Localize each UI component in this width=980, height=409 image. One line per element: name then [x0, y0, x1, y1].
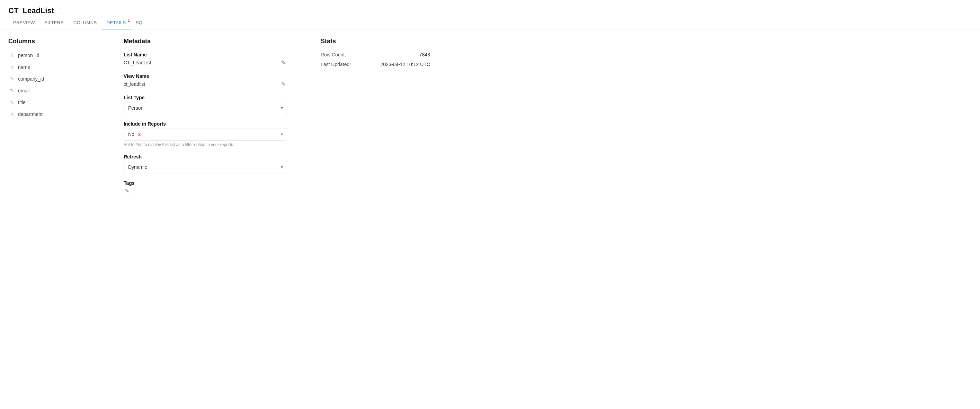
tags-field: Tags ✎ [124, 180, 287, 195]
tab-filters[interactable]: FILTERS [40, 17, 68, 29]
list-item: Tt person_id [8, 52, 90, 59]
column-name-company-id: company_id [18, 76, 45, 82]
list-name-edit-button[interactable]: ✎ [280, 59, 287, 67]
divider-columns-metadata [107, 38, 107, 395]
column-name-department: department [18, 111, 43, 117]
column-name-person-id: person_id [18, 52, 40, 58]
type-icon-title: Tt [8, 99, 15, 106]
list-item: Tt company_id [8, 75, 90, 82]
column-name-email: email [18, 88, 29, 94]
column-name-title: title [18, 100, 25, 105]
details-tab-badge: 1 [128, 18, 130, 23]
list-item: Tt department [8, 111, 90, 118]
tags-label: Tags [124, 180, 287, 186]
list-type-select-wrapper: Person Company Event ▾ [124, 102, 287, 114]
list-name-label: List Name [124, 52, 287, 57]
include-in-reports-field: Include in Reports No Yes ▾ 2 Set to Yes… [124, 121, 287, 147]
list-type-label: List Type [124, 95, 287, 100]
last-updated-row: Last Updated: 2023-04-12 10:12 UTC [321, 62, 430, 67]
column-name-name: name [18, 64, 30, 70]
type-icon-company-id: Tt [8, 75, 15, 82]
stats-panel: Stats Row Count: 7843 Last Updated: 2023… [312, 38, 430, 395]
include-in-reports-select-wrapper: No Yes ▾ 2 [124, 128, 287, 141]
metadata-panel-title: Metadata [124, 38, 287, 45]
columns-panel: Columns Tt person_id Tt name Tt company_… [8, 38, 99, 395]
row-count-key: Row Count: [321, 52, 346, 57]
tab-sql[interactable]: SQL [131, 17, 150, 29]
divider-metadata-stats [304, 38, 304, 395]
list-item: Tt title [8, 99, 90, 106]
refresh-label: Refresh [124, 154, 287, 160]
row-count-row: Row Count: 7843 [321, 52, 430, 57]
list-item: Tt email [8, 87, 90, 94]
tab-columns[interactable]: COLUMNS [68, 17, 102, 29]
view-name-field: View Name ct_leadlist ✎ [124, 73, 287, 88]
refresh-select-wrapper: Dynamic Static ▾ [124, 161, 287, 173]
list-name-value: CT_LeadList [124, 60, 151, 65]
columns-panel-title: Columns [8, 38, 90, 45]
tab-details[interactable]: DETAILS 1 [102, 17, 131, 29]
page-header: CT_LeadList ⋮ [0, 0, 980, 15]
stats-panel-title: Stats [321, 38, 430, 45]
list-item: Tt name [8, 63, 90, 71]
list-type-field: List Type Person Company Event ▾ [124, 95, 287, 114]
refresh-select[interactable]: Dynamic Static [124, 161, 287, 173]
view-name-value-row: ct_leadlist ✎ [124, 80, 287, 88]
include-in-reports-select[interactable]: No Yes [124, 128, 287, 141]
column-list: Tt person_id Tt name Tt company_id Tt em… [8, 52, 90, 118]
list-type-select[interactable]: Person Company Event [124, 102, 287, 114]
type-icon-name: Tt [8, 63, 15, 71]
row-count-value: 7843 [419, 52, 430, 57]
list-name-value-row: CT_LeadList ✎ [124, 59, 287, 67]
type-icon-person-id: Tt [8, 52, 15, 59]
tabs-bar: PREVIEW FILTERS COLUMNS DETAILS 1 SQL [0, 17, 980, 29]
include-in-reports-label: Include in Reports [124, 121, 287, 127]
list-name-field: List Name CT_LeadList ✎ [124, 52, 287, 67]
view-name-label: View Name [124, 73, 287, 79]
type-icon-department: Tt [8, 111, 15, 118]
last-updated-key: Last Updated: [321, 62, 351, 67]
last-updated-value: 2023-04-12 10:12 UTC [380, 62, 430, 67]
tab-preview[interactable]: PREVIEW [8, 17, 40, 29]
type-icon-email: Tt [8, 87, 15, 94]
tags-edit-button[interactable]: ✎ [124, 187, 131, 195]
include-in-reports-hint: Set to Yes to display this list as a fil… [124, 142, 287, 147]
main-content: Columns Tt person_id Tt name Tt company_… [0, 29, 980, 404]
view-name-edit-button[interactable]: ✎ [280, 80, 287, 88]
more-options-icon[interactable]: ⋮ [57, 7, 63, 14]
page-title: CT_LeadList [8, 6, 54, 15]
refresh-field: Refresh Dynamic Static ▾ [124, 154, 287, 173]
metadata-panel: Metadata List Name CT_LeadList ✎ View Na… [115, 38, 295, 395]
view-name-value: ct_leadlist [124, 81, 145, 87]
